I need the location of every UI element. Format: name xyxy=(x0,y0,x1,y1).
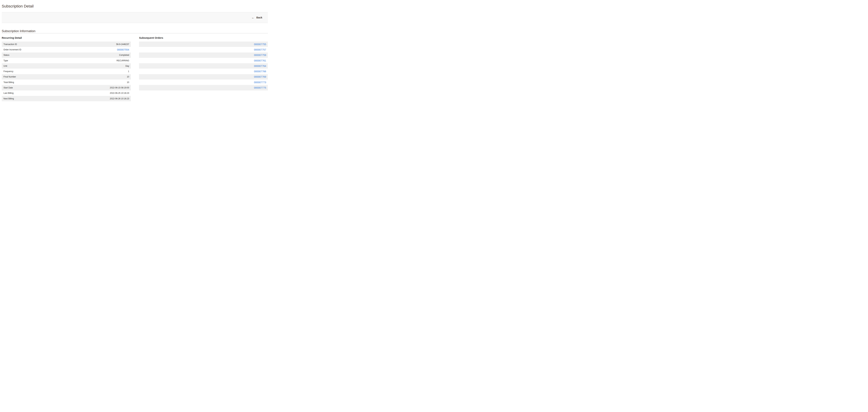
row-label: Unit xyxy=(3,65,7,67)
subsequent-order-link[interactable]: 000007769 xyxy=(254,76,266,78)
section-heading: Subscription Information xyxy=(2,30,268,33)
row-label: Type xyxy=(3,59,8,62)
frequency-value: 1 xyxy=(128,70,129,72)
table-row: Transaction ID 56-9-2446237 xyxy=(2,41,131,47)
table-row: 000007761 xyxy=(139,58,268,63)
back-button[interactable]: ← Back xyxy=(252,16,262,19)
back-button-label: Back xyxy=(256,16,262,19)
table-row: 000007769 xyxy=(139,74,268,80)
row-label: Next Billing xyxy=(3,97,14,100)
section-divider xyxy=(2,33,268,33)
recurring-detail-table: Transaction ID 56-9-2446237 Order Increm… xyxy=(2,41,131,101)
table-row: Total Billing 10 xyxy=(2,80,131,85)
subsequent-order-link[interactable]: 000007775 xyxy=(254,86,266,89)
recurring-detail-heading: Recurring Detail xyxy=(2,36,131,39)
table-row: Next Billing 2022-06-26 10:16:23 xyxy=(2,96,131,101)
table-row: 000007773 xyxy=(139,80,268,85)
final-number-value: 10 xyxy=(127,76,129,78)
subsequent-orders-table: 000007755 000007757 000007759 000007761 … xyxy=(139,41,268,90)
start-date-value: 2022-06-15 08:19:00 xyxy=(110,87,129,89)
subsequent-order-link[interactable]: 000007764 xyxy=(254,65,266,67)
page-actions-toolbar: ← Back xyxy=(2,12,268,23)
subsequent-order-link[interactable]: 000007773 xyxy=(254,81,266,84)
row-label: Total Billing xyxy=(3,81,14,84)
table-row: Unit Day xyxy=(2,63,131,68)
subsequent-order-link[interactable]: 000007755 xyxy=(254,43,266,46)
page-title: Subscription Detail xyxy=(2,4,268,8)
next-billing-value: 2022-06-26 10:16:23 xyxy=(110,97,129,100)
status-value: Completed xyxy=(119,54,129,56)
table-row: Final Number 10 xyxy=(2,74,131,80)
back-arrow-icon: ← xyxy=(252,16,254,19)
table-row: 000007759 xyxy=(139,53,268,58)
subsequent-orders-column: Subsequent Orders 000007755 000007757 00… xyxy=(139,36,268,101)
table-row: Frequency 1 xyxy=(2,68,131,74)
recurring-detail-column: Recurring Detail Transaction ID 56-9-244… xyxy=(2,36,131,101)
table-row: 000007755 xyxy=(139,41,268,47)
transaction-id-value: 56-9-2446237 xyxy=(116,43,129,46)
row-label: Transaction ID xyxy=(3,43,17,46)
row-label: Frequency xyxy=(3,70,13,72)
row-label: Last Billing xyxy=(3,92,13,94)
content-columns: Recurring Detail Transaction ID 56-9-244… xyxy=(2,36,268,101)
row-label: Status xyxy=(3,54,9,56)
subsequent-order-link[interactable]: 000007757 xyxy=(254,48,266,51)
table-row: Last Billing 2022-06-25 10:16:23 xyxy=(2,90,131,96)
table-row: Status Completed xyxy=(2,53,131,58)
row-label: Final Number xyxy=(3,76,16,78)
table-row: 000007766 xyxy=(139,68,268,74)
order-increment-link[interactable]: 000007554 xyxy=(117,48,129,51)
row-label: Order Increment ID xyxy=(3,49,21,51)
subsequent-orders-heading: Subsequent Orders xyxy=(139,36,268,39)
last-billing-value: 2022-06-25 10:16:23 xyxy=(110,92,129,94)
subscription-detail-page: { "page": { "title": "Subscription Detai… xyxy=(0,0,270,103)
subsequent-order-link[interactable]: 000007759 xyxy=(254,54,266,56)
table-row: Order Increment ID 000007554 xyxy=(2,47,131,52)
row-label: Start Date xyxy=(3,87,13,89)
table-row: 000007757 xyxy=(139,47,268,52)
unit-value: Day xyxy=(125,65,129,67)
total-billing-value: 10 xyxy=(127,81,129,84)
type-value: RECURRING xyxy=(117,59,129,62)
subsequent-order-link[interactable]: 000007761 xyxy=(254,59,266,62)
table-row: 000007775 xyxy=(139,85,268,90)
table-row: Start Date 2022-06-15 08:19:00 xyxy=(2,85,131,90)
subsequent-order-link[interactable]: 000007766 xyxy=(254,70,266,73)
table-row: Type RECURRING xyxy=(2,58,131,63)
table-row: 000007764 xyxy=(139,63,268,68)
